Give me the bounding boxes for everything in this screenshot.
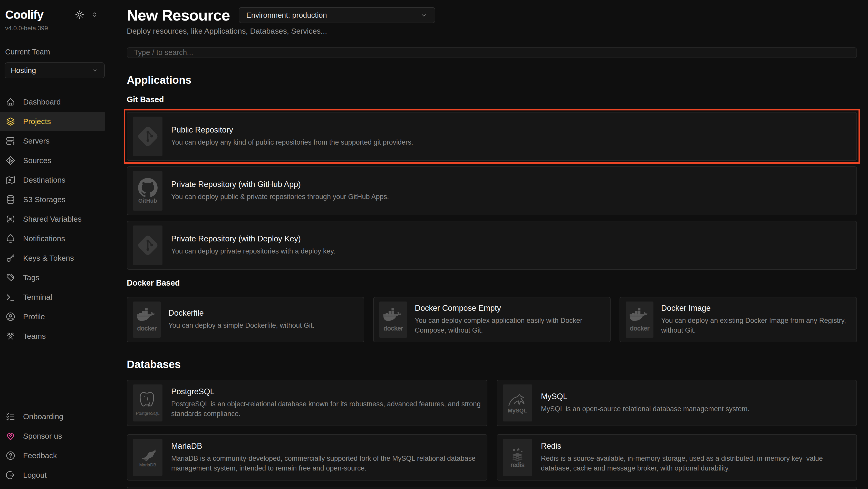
sidebar-item-label: Tags [23,273,39,282]
terminal-icon [5,292,16,303]
team-select[interactable]: Hosting [5,62,105,78]
sidebar-item-label: Notifications [23,234,65,243]
card-dockerfile[interactable]: docker Dockerfile You can deploy a simpl… [127,297,364,342]
mariadb-logo-text: MariaDB [139,463,156,467]
help-circle-icon [5,450,16,461]
git-logo [133,117,162,156]
sidebar-item-terminal[interactable]: Terminal [0,287,110,307]
sun-icon[interactable] [74,9,85,20]
sidebar-item-destinations[interactable]: Destinations [0,170,110,190]
card-public-repository[interactable]: Public Repository You can deploy any kin… [127,112,857,161]
sidebar-item-label: Shared Variables [23,215,82,224]
card-mariadb[interactable]: MariaDB MariaDB MariaDB is a community-d… [127,434,487,481]
card-title: Redis [541,441,851,451]
sidebar-item-sources[interactable]: Sources [0,151,110,170]
selector-icon[interactable] [91,11,98,19]
redis-logo-text: redis [510,462,525,468]
sidebar-item-keys-tokens[interactable]: Keys & Tokens [0,248,110,268]
git-logo [133,226,162,265]
app-version: v4.0.0-beta.399 [5,25,110,32]
chevron-down-icon [91,67,98,74]
sidebar-item-s3-storages[interactable]: S3 Storages [0,190,110,209]
key-icon [5,253,16,263]
sidebar-item-label: Destinations [23,176,65,184]
card-description: PostgreSQL is an object-relational datab… [171,399,481,419]
sidebar-item-logout[interactable]: Logout [0,465,110,485]
bell-icon [5,233,16,244]
sidebar-item-label: Feedback [23,451,57,460]
card-description: You can deploy any kind of public reposi… [171,138,413,147]
card-mysql[interactable]: MySQL MySQL MySQL is an open-source rela… [497,380,857,426]
sidebar-item-profile[interactable]: Profile [0,307,110,326]
sidebar-item-feedback[interactable]: Feedback [0,446,110,465]
sidebar-item-tags[interactable]: Tags [0,268,110,287]
card-description: You can deploy public & private reposito… [171,192,389,202]
sidebar-item-onboarding[interactable]: Onboarding [0,407,110,426]
sidebar-item-notifications[interactable]: Notifications [0,229,110,248]
postgresql-logo-text: PostgreSQL [136,411,160,415]
page-subtitle: Deploy resources, like Applications, Dat… [127,27,857,35]
section-databases: Databases [127,358,857,371]
sidebar-item-sponsor-us[interactable]: Sponsor us [0,426,110,446]
sidebar-item-label: Sources [23,156,51,165]
mysql-logo-text: MySQL [508,408,527,413]
main-content: New Resource Environment: production Dep… [111,0,868,489]
card-title: Docker Image [661,304,851,313]
docker-logo: docker [626,301,653,338]
sidebar-item-label: Servers [23,137,50,145]
card-description: MariaDB is a community-developed, commer… [171,454,481,473]
section-docker-based: Docker Based [127,279,857,288]
environment-select[interactable]: Environment: production [239,7,435,23]
sidebar-item-label: Dashboard [23,97,61,106]
variables-icon [5,214,16,225]
postgresql-logo: PostgreSQL [133,384,162,422]
github-logo: GitHub [133,171,162,210]
card-title: Public Repository [171,125,413,135]
card-postgresql[interactable]: PostgreSQL PostgreSQL PostgreSQL is an o… [127,380,487,426]
section-applications: Applications [127,74,857,86]
card-docker-image[interactable]: docker Docker Image You can deploy an ex… [620,297,857,342]
card-title: MySQL [541,392,749,401]
heart-hands-icon [5,431,16,441]
card-title: MariaDB [171,441,481,451]
sidebar-item-dashboard[interactable]: Dashboard [0,92,110,112]
sidebar-item-teams[interactable]: Teams [0,326,110,346]
server-icon [5,136,16,146]
git-branch-icon [5,155,16,166]
users-icon [5,331,16,342]
github-logo-text: GitHub [138,198,157,204]
card-redis[interactable]: redis Redis Redis is a source-available,… [497,434,857,481]
sidebar-item-label: Sponsor us [23,432,62,440]
sidebar-item-shared-variables[interactable]: Shared Variables [0,209,110,229]
card-title: Private Repository (with GitHub App) [171,180,389,189]
card-description: You can deploy private repositories with… [171,247,335,256]
user-circle-icon [5,311,16,322]
card-private-repository-deploy-key[interactable]: Private Repository (with Deploy Key) You… [127,221,857,270]
search-input[interactable] [127,47,857,58]
card-description: MySQL is an open-source relational datab… [541,404,749,414]
database-icon [5,194,16,205]
logout-icon [5,470,16,481]
docker-logo-text: docker [137,325,157,332]
card-docker-compose-empty[interactable]: docker Docker Compose Empty You can depl… [373,297,611,342]
sidebar-item-servers[interactable]: Servers [0,131,110,151]
sidebar-item-label: Onboarding [23,412,63,421]
environment-select-value: Environment: production [246,11,327,20]
card-description: Redis is a source-available, in-memory s… [541,454,851,473]
sidebar: Coolify v4.0.0-beta.399 Current Team Hos… [0,0,111,489]
sidebar-item-projects[interactable]: Projects [0,112,105,131]
section-git-based: Git Based [127,95,857,104]
sidebar-footer-nav: Onboarding Sponsor us Feedback Logout [0,407,110,489]
card-partially-visible[interactable] [127,487,857,489]
sidebar-item-label: Teams [23,332,46,341]
sidebar-item-label: Profile [23,312,45,321]
sidebar-item-label: Keys & Tokens [23,254,74,262]
docker-logo-text: docker [383,325,403,332]
sidebar-nav: Dashboard Projects Servers Sources Desti… [0,92,110,346]
card-private-repository-github-app[interactable]: GitHub Private Repository (with GitHub A… [127,166,857,215]
mariadb-logo: MariaDB [133,439,162,476]
card-description: You can deploy complex application easil… [415,316,604,336]
app-logo: Coolify [5,8,43,22]
card-title: Dockerfile [168,309,314,318]
checklist-icon [5,411,16,422]
